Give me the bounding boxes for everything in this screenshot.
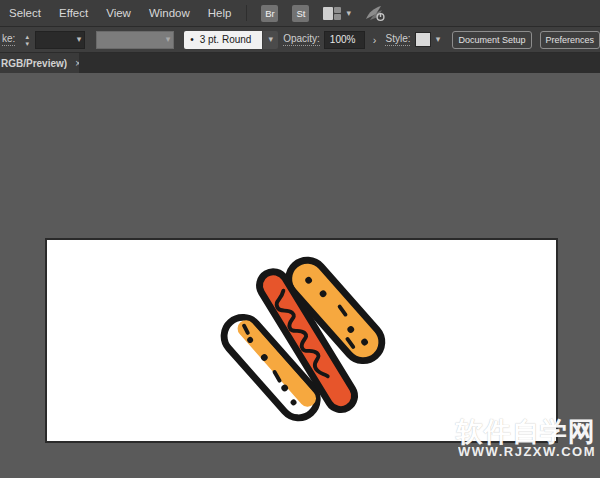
stroke-label-partial[interactable]: ke: — [2, 33, 15, 46]
style-swatch[interactable] — [415, 32, 431, 47]
menu-effect[interactable]: Effect — [50, 0, 97, 26]
hot-dog-artwork[interactable] — [47, 240, 556, 441]
chevron-down-icon: ▾ — [268, 35, 273, 44]
graphic-styles-button[interactable]: St — [292, 5, 309, 22]
stroke-weight-stepper[interactable]: ▴ ▾ — [21, 33, 33, 47]
stroke-weight-dropdown[interactable]: ▾ — [35, 31, 85, 49]
chevron-down-icon: ▾ — [77, 35, 82, 44]
chevron-down-icon: ▾ — [436, 35, 441, 44]
document-setup-button[interactable]: Document Setup — [452, 31, 531, 49]
brush-definition-value: 3 pt. Round — [200, 34, 252, 45]
menu-select[interactable]: Select — [0, 0, 50, 26]
menu-help[interactable]: Help — [199, 0, 241, 26]
opacity-options-chevron[interactable]: › — [370, 34, 380, 46]
hot-dog-group — [207, 241, 405, 441]
width-profile-dropdown-disabled: ▾ — [96, 31, 174, 49]
preferences-button[interactable]: Preferences — [540, 31, 600, 49]
brush-definition-combo: • 3 pt. Round ▾ — [184, 31, 278, 49]
stepper-up-icon[interactable]: ▴ — [26, 33, 30, 40]
menu-divider — [246, 5, 247, 21]
pasteboard[interactable] — [0, 74, 600, 478]
control-bar: ke: ▴ ▾ ▾ ▾ • 3 pt. Round ▾ Opacity: 100… — [0, 27, 600, 53]
workspace-pane-right — [334, 7, 341, 20]
document-tab-label: RGB/Preview) — [1, 58, 67, 69]
chevron-down-icon: ▾ — [166, 35, 171, 44]
chevron-down-icon[interactable]: ▾ — [346, 9, 351, 18]
opacity-input[interactable]: 100% — [324, 31, 365, 49]
artboard[interactable] — [45, 238, 558, 443]
document-tab-bar: RGB/Preview) × — [0, 53, 600, 73]
brush-definition-chevron[interactable]: ▾ — [263, 31, 278, 49]
menu-view[interactable]: View — [97, 0, 140, 26]
opacity-label[interactable]: Opacity: — [283, 33, 320, 46]
stepper-down-icon[interactable]: ▾ — [26, 40, 30, 47]
menu-bar: Select Effect View Window Help Br St ▾ — [0, 0, 600, 27]
workspace-pane-left — [323, 7, 333, 20]
close-icon[interactable]: × — [75, 58, 79, 69]
workspace-switcher-icon[interactable] — [323, 7, 341, 20]
brush-preview-dot: • — [190, 34, 194, 45]
style-label[interactable]: Style: — [385, 33, 410, 46]
brush-definition-dropdown[interactable]: • 3 pt. Round — [184, 31, 262, 49]
brushes-button[interactable]: Br — [261, 5, 278, 22]
document-tab[interactable]: RGB/Preview) × — [0, 53, 79, 73]
style-dropdown-chevron[interactable]: ▾ — [431, 31, 444, 49]
gpu-performance-icon[interactable] — [365, 5, 385, 22]
menu-window[interactable]: Window — [140, 0, 199, 26]
